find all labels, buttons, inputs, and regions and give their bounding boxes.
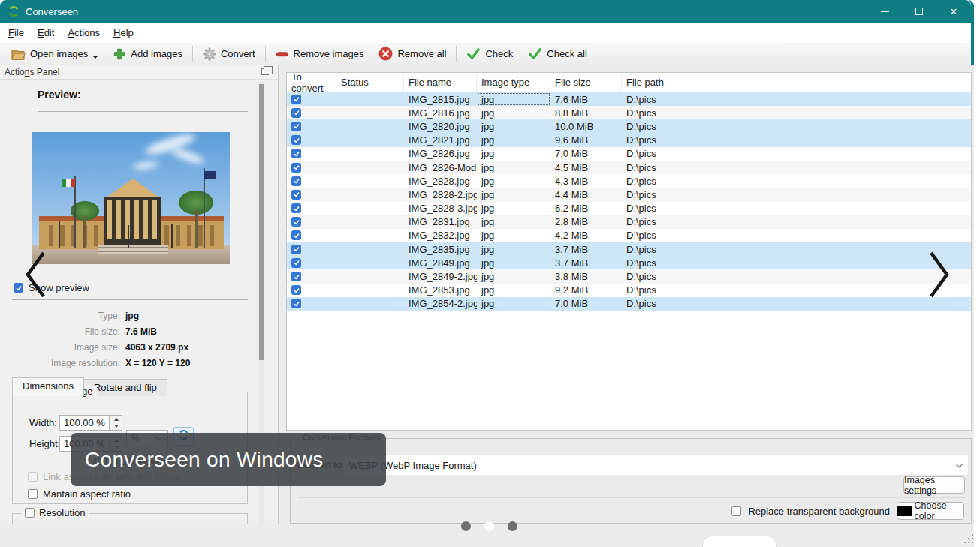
table-row[interactable]: IMG_2828.jpg jpg 4.3 MiB D:\pics [287,174,971,188]
close-icon[interactable]: ✕ [936,0,971,23]
caption-overlay: Converseen on Windows [71,433,386,486]
header-file-size[interactable]: File size [550,73,622,92]
minimize-icon[interactable] [867,0,902,23]
open-images-button[interactable]: Open images [3,44,105,64]
table-row[interactable]: IMG_2849-2.jpg jpg 3.8 MiB D:\pics [287,269,971,283]
cell-status [336,161,404,174]
check-all-button[interactable]: Check all [520,44,594,64]
cell-name: IMG_2816.jpg [404,106,477,119]
width-stepper[interactable] [110,415,122,431]
divider [38,111,248,112]
row-checkbox[interactable] [291,299,301,308]
header-image-type[interactable]: Image type [477,73,550,92]
cell-status [336,174,404,188]
table-row[interactable]: IMG_2832.jpg jpg 4.2 MiB D:\pics [287,229,971,242]
menu-actions[interactable]: Actions [61,24,107,41]
convert-button[interactable]: Convert [195,44,263,64]
cell-status [336,229,404,242]
to-convert-cell [287,202,336,215]
check-button[interactable]: Check [459,44,520,64]
to-convert-cell [287,188,336,201]
cell-path: D:\pics [622,161,971,174]
row-checkbox[interactable] [291,203,301,213]
cell-path: D:\pics [622,174,971,188]
cell-type: jpg [477,256,550,269]
toolbar-separator [265,46,266,62]
cell-path: D:\pics [622,284,971,297]
remove-all-button[interactable]: Remove all [371,44,454,64]
row-checkbox[interactable] [291,245,301,254]
header-file-path[interactable]: File path [622,73,971,92]
resize-grip-icon[interactable] [964,534,975,545]
add-images-button[interactable]: Add images [105,44,190,64]
float-panel-icon[interactable] [261,68,269,75]
table-row[interactable]: IMG_2849.jpg jpg 3.7 MiB D:\pics [287,256,971,269]
table-row[interactable]: IMG_2831.jpg jpg 2.8 MiB D:\pics [287,215,971,229]
row-checkbox[interactable] [291,190,301,200]
menu-edit[interactable]: Edit [31,24,61,41]
header-status[interactable]: Status [336,73,404,92]
format-dropdown[interactable]: WEBP (WebP Image Format) [343,455,968,475]
maintain-aspect-row[interactable]: Mantain aspect ratio [28,488,131,500]
maximize-icon[interactable] [902,0,936,23]
converseen-app-icon [8,5,20,17]
resolution-checkbox[interactable] [25,508,35,518]
header-file-name[interactable]: File name [404,73,477,92]
row-checkbox[interactable] [291,176,301,186]
choose-color-button[interactable]: Choose color [897,502,964,520]
table-row[interactable]: IMG_2854-2.jpg jpg 7.0 MiB D:\pics [287,297,971,311]
images-settings-button[interactable]: Images settings [903,476,965,494]
scrollbar-handle[interactable] [259,84,264,360]
table-row[interactable]: IMG_2816.jpg jpg 8.8 MiB D:\pics [287,106,971,119]
table-row[interactable]: IMG_2821.jpg jpg 9.6 MiB D:\pics [287,134,971,147]
height-label: Height: [29,438,60,449]
open-images-dropdown-arrow[interactable] [93,56,98,61]
to-convert-cell [287,147,336,161]
cell-name: IMG_2828-3.jpg [404,202,477,215]
carousel-dot[interactable] [484,521,494,531]
carousel-dot[interactable] [461,521,471,531]
row-checkbox[interactable] [291,135,301,145]
row-checkbox[interactable] [291,163,301,173]
carousel-dot[interactable] [508,521,517,531]
cell-type: jpg [477,92,550,106]
row-checkbox[interactable] [291,258,301,268]
cell-path: D:\pics [622,92,971,106]
maintain-aspect-checkbox[interactable] [28,489,38,499]
table-row[interactable]: IMG_2828-2.jpg jpg 4.4 MiB D:\pics [287,188,971,201]
header-to-convert[interactable]: To convert [287,73,336,92]
table-row[interactable]: IMG_2835.jpg jpg 3.7 MiB D:\pics [287,242,971,256]
menu-file[interactable]: File [2,24,31,41]
table-row[interactable]: IMG_2826.jpg jpg 7.0 MiB D:\pics [287,147,971,161]
table-row[interactable]: IMG_2828-3.jpg jpg 6.2 MiB D:\pics [287,202,971,215]
menu-help[interactable]: Help [107,24,140,41]
cell-path: D:\pics [622,188,971,201]
link-aspect-checkbox[interactable] [28,472,38,482]
toolbar-separator [456,46,457,62]
row-checkbox[interactable] [291,217,301,227]
row-checkbox[interactable] [291,108,301,118]
row-checkbox[interactable] [291,149,301,158]
table-row[interactable]: IMG_2815.jpg jpg 7.6 MiB D:\pics [287,92,971,106]
carousel-prev-icon[interactable] [23,250,50,299]
remove-images-button[interactable]: Remove images [268,44,372,64]
row-checkbox[interactable] [291,285,301,295]
width-input[interactable]: 100.00 % [59,415,110,431]
table-row[interactable]: IMG_2826-Modi... jpg 4.5 MiB D:\pics [287,161,971,174]
title-bar[interactable]: Converseen ✕ [0,0,971,23]
cell-name: IMG_2821.jpg [404,134,477,147]
row-checkbox[interactable] [291,95,301,104]
row-checkbox[interactable] [291,230,301,240]
cell-path: D:\pics [622,297,971,311]
building-portico [104,197,161,246]
row-checkbox[interactable] [291,122,301,131]
partial-overlay-button[interactable] [702,536,777,547]
carousel-next-icon[interactable] [925,250,952,299]
cell-status [336,188,404,201]
row-checkbox[interactable] [291,272,301,281]
table-row[interactable]: IMG_2820.jpg jpg 10.0 MiB D:\pics [287,119,971,133]
table-row[interactable]: IMG_2853.jpg jpg 9.2 MiB D:\pics [287,284,971,297]
cell-status [336,256,404,269]
replace-transparent-checkbox[interactable] [731,506,741,516]
tab-dimensions[interactable]: Dimensions [12,377,84,396]
